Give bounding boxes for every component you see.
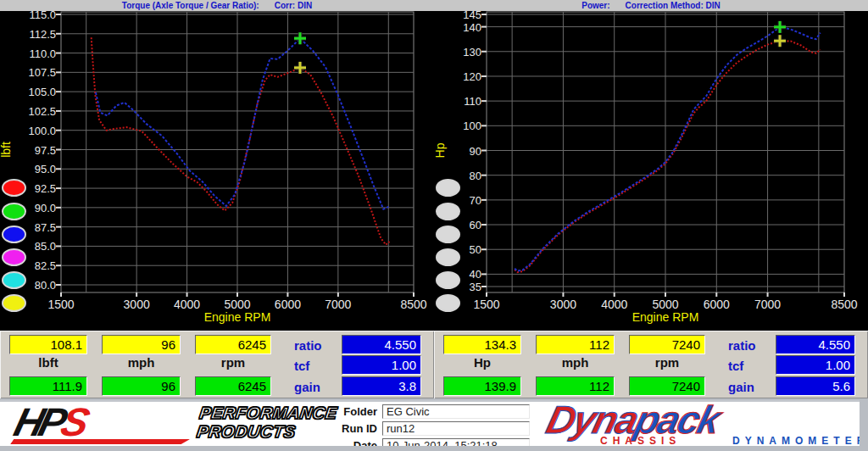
hps-tagline-line1: PERFORMANCE (198, 404, 338, 422)
y-tick-label: 100.0 (28, 125, 56, 137)
hps-logo-underline (10, 439, 190, 444)
run-select-button-1[interactable] (436, 179, 460, 197)
x-tick-label: 1500 (47, 298, 74, 311)
run-select-button-6[interactable] (2, 294, 26, 312)
y-tick-label: 35 (470, 281, 481, 293)
run-info-fields: Folder Run ID Date (333, 404, 530, 451)
y-tick-label: 105.0 (28, 86, 56, 98)
torque-cursor-value: 108.1 (9, 335, 87, 354)
run-id-label: Run ID (333, 422, 377, 435)
x-tick-label: 4000 (174, 298, 200, 311)
torque-chart-panel: 115.0112.5110.0107.5105.0102.5100.097.59… (0, 11, 434, 331)
x-tick-label: 5000 (224, 298, 250, 311)
peak-marker-yellow (774, 35, 786, 47)
y-tick-label: 80 (470, 170, 481, 182)
gain-label: gain (728, 380, 772, 394)
run-id-field-row: Run ID (333, 421, 530, 436)
y-tick-label: 82.5 (35, 259, 56, 272)
run-select-button-4[interactable] (436, 248, 460, 266)
power-readout-panel: 134.3 112 7240 Hp mph rpm 139.9 112 7240… (434, 331, 868, 398)
power-header-correction: Correction Method: DIN (626, 1, 721, 10)
hps-logo: HPS (9, 398, 90, 445)
tcf-value: 1.00 (342, 355, 421, 375)
torque-chart: 115.0112.5110.0107.5105.0102.5100.097.59… (0, 11, 434, 331)
footer: HPS PERFORMANCE PRODUCTS Folder Run ID D… (0, 400, 860, 448)
run-select-button-2[interactable] (436, 203, 460, 220)
y-tick-label: 112.5 (29, 28, 56, 41)
power-cursor-value: 134.3 (443, 335, 521, 354)
gain-value: 3.8 (342, 376, 421, 396)
dynapack-dynamometers-text: DYNAMOMETERS (732, 435, 868, 447)
y-tick-label: 92.5 (35, 182, 56, 195)
y-tick-label: 95.0 (35, 163, 56, 175)
y-tick-label: 107.5 (28, 66, 56, 79)
x-axis-title: Engine RPM (204, 310, 271, 324)
rpm-peak-value: 7240 (629, 376, 705, 396)
x-tick-label: 1500 (473, 298, 499, 311)
run-select-button-5[interactable] (436, 271, 460, 289)
power-chart-panel: 1451401301201101009080706050403515003000… (434, 11, 868, 331)
y-tick-label: 140 (463, 21, 481, 34)
y-tick-label: 110.0 (29, 47, 56, 60)
gain-value: 5.6 (776, 376, 855, 396)
rpm-peak-value: 6245 (195, 376, 271, 396)
power-run-blue (515, 27, 821, 271)
dyno-app-window: Torque (Axle Torque / Gear Ratio): Corr:… (0, 0, 868, 451)
run-select-button-5[interactable] (2, 271, 26, 289)
readout-area: 108.1 96 6245 lbft mph rpm 111.9 96 6245… (0, 331, 868, 398)
power-chart: 1451401301201101009080706050403515003000… (434, 11, 868, 331)
tcf-label: tcf (728, 359, 772, 373)
x-tick-label: 6000 (275, 298, 301, 311)
torque-header-title: Torque (Axle Torque / Gear Ratio): (122, 1, 259, 10)
run-select-button-6[interactable] (436, 294, 460, 312)
tcf-value: 1.00 (776, 355, 855, 375)
rpm-unit-label: rpm (195, 355, 271, 370)
rpm-cursor-value: 6245 (195, 335, 271, 354)
rpm-unit-label: rpm (629, 355, 705, 370)
y-tick-label: 40 (470, 268, 481, 281)
x-tick-label: 7000 (754, 298, 781, 311)
run-select-button-3[interactable] (2, 226, 26, 243)
x-tick-label: 6000 (704, 298, 730, 311)
speed-cursor-value: 112 (536, 335, 615, 354)
chart-headers: Torque (Axle Torque / Gear Ratio): Corr:… (0, 0, 868, 11)
folder-field-row: Folder (333, 404, 530, 419)
y-tick-label: 130 (463, 46, 481, 58)
peak-marker-green (774, 21, 786, 33)
power-chart-header: Power: Correction Method: DIN (434, 0, 868, 12)
run-id-input[interactable] (382, 421, 530, 436)
torque-run-red (92, 37, 390, 244)
x-tick-label: 8500 (400, 298, 426, 311)
x-tick-label: 3000 (550, 298, 576, 311)
torque-peak-value: 111.9 (9, 376, 87, 396)
y-axis-title: Hp (434, 142, 447, 158)
run-select-button-3[interactable] (436, 226, 460, 243)
torque-unit-label: lbft (9, 355, 87, 370)
y-tick-label: 60 (470, 219, 481, 231)
ratio-label: ratio (728, 338, 772, 353)
y-tick-label: 50 (470, 243, 481, 256)
y-tick-label: 85.0 (35, 240, 56, 253)
peak-marker-yellow (294, 62, 306, 74)
power-peak-value: 139.9 (443, 376, 521, 396)
torque-chart-header: Torque (Axle Torque / Gear Ratio): Corr:… (0, 0, 434, 12)
run-select-button-4[interactable] (2, 248, 26, 266)
run-select-button-1[interactable] (2, 179, 26, 197)
power-run-red (515, 41, 821, 272)
y-tick-label: 87.5 (35, 221, 56, 234)
y-tick-label: 110 (464, 95, 481, 108)
folder-input[interactable] (382, 404, 530, 419)
y-tick-label: 97.5 (35, 144, 56, 157)
y-tick-label: 120 (463, 70, 481, 83)
y-tick-label: 80.0 (35, 279, 56, 292)
y-tick-label: 90.0 (35, 202, 56, 214)
y-tick-label: 90 (470, 145, 481, 158)
speed-unit-label: mph (536, 355, 615, 370)
speed-peak-value: 112 (536, 376, 615, 396)
speed-unit-label: mph (102, 355, 181, 370)
run-select-button-2[interactable] (2, 203, 26, 220)
torque-header-correction: Corr: DIN (275, 1, 312, 10)
y-tick-label: 100 (463, 120, 481, 132)
folder-label: Folder (333, 405, 377, 418)
y-axis-title: lbft (0, 142, 13, 158)
